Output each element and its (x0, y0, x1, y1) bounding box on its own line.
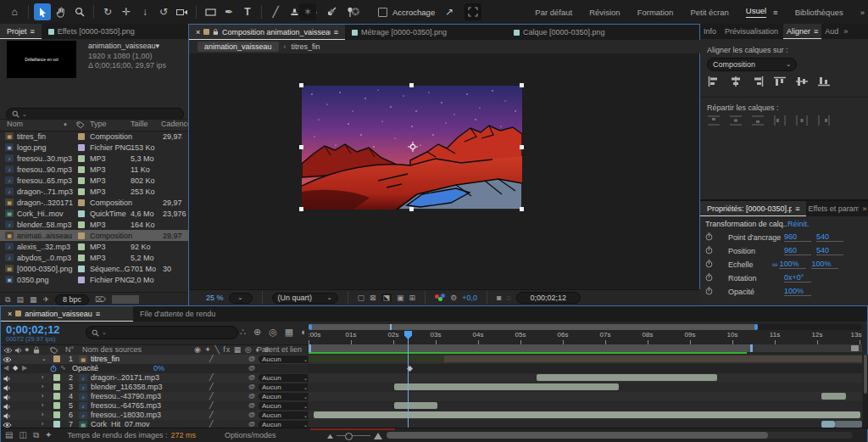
comp-marker-button[interactable] (851, 345, 859, 351)
layer-label-swatch[interactable] (53, 402, 60, 409)
anchor-point-icon[interactable] (408, 142, 418, 154)
project-item[interactable]: ▣logo.pngFichier PNG153 Ko (0, 142, 188, 153)
expand-arrows-icon[interactable]: ↗ (441, 3, 458, 20)
layer-name[interactable]: blender_116358.mp3 (91, 383, 189, 391)
align-left-icon[interactable] (705, 76, 722, 87)
lasso-tool-icon[interactable]: ✪ (347, 3, 364, 20)
exposure-value[interactable]: +0,0 (462, 294, 477, 302)
value[interactable]: 0x+0° (784, 273, 811, 283)
expand-arrow-icon[interactable]: › (42, 374, 43, 380)
layer-row-1[interactable]: ⌄ 1 ▦ titres_fin ╱ @ Aucun⌄ (1, 355, 308, 364)
timeline-horizontal-scrollbar[interactable] (387, 432, 853, 439)
new-folder-icon[interactable]: ▤ (16, 295, 24, 304)
tab-audio[interactable]: Aud (823, 24, 840, 39)
pickwhip-icon[interactable]: @ (248, 392, 255, 400)
layer-name[interactable]: freesou..-64765.mp3 (91, 401, 189, 410)
label-swatch[interactable] (78, 255, 85, 261)
layer-name[interactable]: titres_fin (91, 355, 189, 363)
selection-handle[interactable] (409, 83, 414, 87)
motion-tool-icon[interactable]: ✶ (299, 3, 316, 20)
draft-toggle-icon[interactable]: ◫ (19, 430, 26, 440)
property-value[interactable]: 0% (153, 364, 164, 372)
tab-effets[interactable]: Effets [0000-0350].png (42, 24, 142, 39)
tabs-overflow-icon[interactable]: » (860, 201, 868, 216)
distribute-center-vertical-icon[interactable] (727, 115, 744, 126)
transparency-grid-icon[interactable]: ⬔ (381, 294, 392, 302)
mask-visibility-icon[interactable]: ⊠ (370, 294, 376, 302)
quality-switch-icon[interactable]: ╱ (209, 401, 214, 409)
anchor-tool-icon[interactable]: ✦ (323, 3, 340, 20)
keyframe-nav-left-icon[interactable]: ◀ (3, 364, 8, 372)
distribute-left-icon[interactable] (771, 115, 788, 126)
col-cadence[interactable]: Cadence (161, 120, 192, 128)
grid-guides-icon[interactable]: ▢ (358, 294, 365, 302)
label-swatch[interactable] (78, 166, 85, 173)
scrollbar-handle[interactable] (864, 355, 867, 394)
work-area-bar[interactable] (309, 344, 753, 352)
align-top-icon[interactable] (771, 76, 788, 87)
breadcrumb-comp-chip[interactable]: animation_vaisseau (198, 42, 279, 52)
label-swatch[interactable] (78, 199, 85, 206)
layer-label-swatch[interactable] (53, 383, 60, 390)
clip-bar-freesou-18030[interactable] (314, 411, 860, 418)
clip-bar-freesou-64765[interactable] (394, 402, 437, 409)
value[interactable]: 100% (784, 287, 811, 296)
close-icon[interactable]: × (196, 28, 200, 36)
tab-timeline-comp[interactable]: × animation_vaisseau ≡ (1, 306, 133, 322)
selection-handle[interactable] (520, 145, 524, 149)
search-options-icon[interactable]: ⌄ (102, 329, 107, 336)
project-item[interactable]: ♪abydos_..0.mp3MP35,2 Mo (0, 252, 188, 263)
project-item[interactable]: ♪blender..58.mp3MP3164 Ko (0, 219, 188, 230)
quality-switch-icon[interactable]: ╱ (209, 411, 214, 418)
label-swatch[interactable] (78, 232, 85, 239)
pickwhip-icon[interactable]: @ (248, 355, 255, 362)
col-number[interactable]: N° (65, 345, 74, 354)
layer-name[interactable]: freesou..-43790.mp3 (91, 392, 189, 400)
property-row-opacity[interactable]: ◀ ◆ ▶ ∿ Opacité 0% @ (1, 364, 308, 373)
distribute-center-horizontal-icon[interactable] (793, 115, 810, 126)
quality-switch-icon[interactable]: ╱ (209, 392, 214, 400)
selection-handle[interactable] (409, 207, 414, 211)
rectangle-tool-icon[interactable] (202, 3, 219, 20)
navigator-start-handle[interactable] (309, 324, 312, 330)
quality-switch-icon[interactable]: ╱ (209, 420, 214, 428)
close-icon[interactable]: × (8, 310, 12, 318)
magnification-dropdown[interactable]: ⌄ (229, 293, 253, 304)
col-taille[interactable]: Taille (131, 120, 148, 128)
time-ruler[interactable]: :00s 01s 02s 03s 04s 05s 06s 07s 08s 09s… (309, 331, 862, 344)
project-item[interactable]: ▣0350.pngFichier PNG2,0 Mo (0, 274, 188, 285)
align-center-vertical-icon[interactable] (793, 76, 810, 87)
trash-icon[interactable]: ⌦ (95, 295, 106, 304)
viewer-timecode[interactable]: 0;00;02;12 (516, 292, 581, 304)
stopwatch-icon[interactable] (50, 365, 57, 373)
value-y[interactable]: 540 (816, 246, 843, 255)
clip-bar-blender[interactable] (394, 383, 619, 390)
value-x[interactable]: 960 (784, 232, 811, 242)
navigator-handle[interactable] (309, 324, 758, 330)
align-center-horizontal-icon[interactable] (727, 76, 744, 87)
graph-icon[interactable]: ∿ (60, 364, 66, 372)
distribute-bottom-icon[interactable] (749, 115, 766, 126)
label-swatch[interactable] (78, 210, 85, 217)
zoom-tool-icon[interactable] (71, 3, 88, 20)
expand-arrow-icon[interactable]: › (42, 411, 43, 417)
pickwhip-icon[interactable]: @ (248, 401, 255, 409)
region-of-interest-icon[interactable] (465, 3, 481, 20)
value-y[interactable]: 100% (811, 260, 838, 269)
options-modes-label[interactable]: Options/modes (225, 431, 276, 439)
timeline-vertical-scrollbar[interactable] (863, 355, 868, 429)
col-nom[interactable]: Nom (7, 120, 23, 128)
pickwhip-icon[interactable]: @ (248, 411, 255, 418)
timeline-search-input[interactable]: ⌄ (86, 326, 238, 339)
speaker-icon[interactable] (3, 384, 11, 392)
selection-handle[interactable] (520, 83, 524, 87)
panel-resizer[interactable] (112, 295, 139, 304)
selection-handle[interactable] (520, 207, 524, 211)
home-icon[interactable]: ⌂ (6, 3, 23, 20)
parent-dropdown[interactable]: Aucun⌄ (259, 402, 308, 410)
stopwatch-icon[interactable] (705, 273, 713, 283)
brush-tool-icon[interactable]: ╱ (267, 3, 284, 20)
clip-bar-dragon[interactable] (537, 374, 717, 381)
align-target-dropdown[interactable]: Composition⌄ (707, 58, 797, 71)
tab-proprietes[interactable]: Propriétés: [0000-0350].png≡ (700, 201, 806, 216)
